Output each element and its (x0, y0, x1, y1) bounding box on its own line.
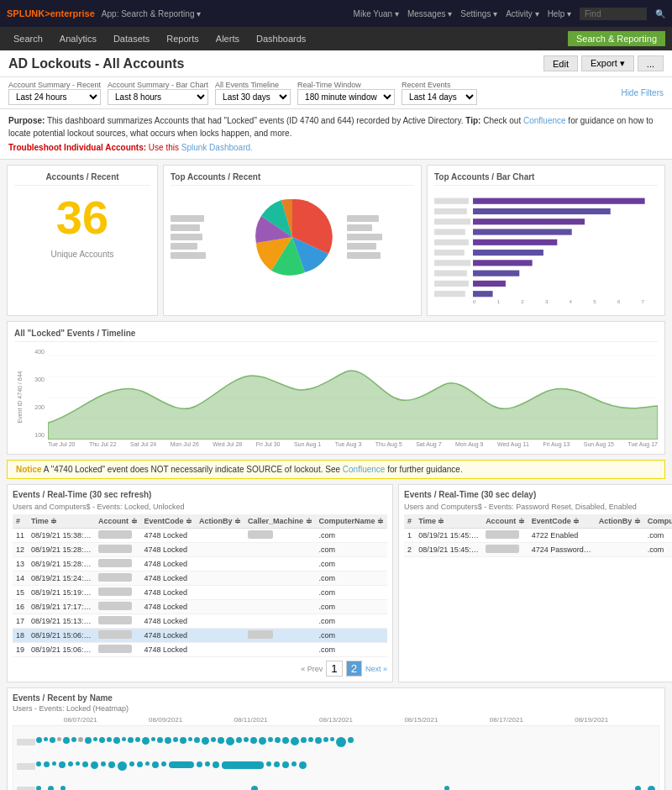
bar-chart-label: Account Summary - Bar Chart (108, 81, 208, 89)
accounts-recent-panel: Accounts / Recent 36 Unique Accounts (7, 165, 158, 316)
nav-datasets[interactable]: Datasets (107, 30, 156, 47)
search-reporting-button[interactable]: Search & Reporting (568, 31, 665, 46)
notice-text2: for further guidance. (387, 465, 463, 474)
realtime-select[interactable]: 180 minute window (297, 89, 395, 105)
nav-alerts[interactable]: Alerts (209, 30, 246, 47)
splunk-dashboard-link[interactable]: Splunk Dashboard. (181, 143, 253, 152)
col-eventcode[interactable]: EventCode ≑ (141, 514, 197, 529)
svg-rect-15 (473, 240, 557, 245)
top-accounts-bar-title: Top Accounts / Bar Chart (434, 172, 658, 186)
account-summary-select[interactable]: Last 24 hours (8, 89, 101, 105)
notice-text: A "4740 Locked" event does NOT necessari… (44, 465, 343, 474)
svg-rect-9 (434, 281, 469, 287)
account-summary-label: Account Summary - Recent (8, 81, 101, 89)
svg-text:4: 4 (570, 298, 573, 304)
svg-rect-8 (434, 271, 467, 276)
next-btn[interactable]: Next » (365, 665, 387, 673)
x-label-15: Tue Aug 17 (627, 441, 658, 447)
heatmap-date-7: 08/19/2021 (575, 716, 608, 724)
col-actionby-r[interactable]: ActionBy ≑ (596, 514, 644, 529)
app-name[interactable]: App: Search & Reporting ▾ (102, 9, 201, 18)
timeline-chart-svg (48, 347, 658, 440)
col-time[interactable]: Time ≑ (28, 514, 95, 529)
pie-chart-svg (246, 191, 339, 283)
more-button[interactable]: ... (638, 55, 664, 71)
bar-chart-select[interactable]: Last 8 hours (108, 89, 208, 105)
confluence-link[interactable]: Confluence (523, 116, 566, 125)
svg-rect-5 (434, 240, 469, 245)
heatmap-subtitle: Users - Events: Locked (Heatmap) (13, 704, 659, 713)
events-right-table: # Time ≑ Account ≑ EventCode ≑ ActionBy … (404, 514, 672, 557)
col-computer-r[interactable]: ComputerName ≑ (644, 514, 672, 529)
timeline-select[interactable]: Last 30 days (215, 89, 291, 105)
col-num-r: # (404, 514, 415, 529)
nav-bar: Search Analytics Datasets Reports Alerts… (0, 27, 672, 50)
svg-rect-17 (473, 260, 533, 266)
events-left-title: Events / Real-Time (30 sec refresh) (13, 490, 387, 499)
col-time-r[interactable]: Time ≑ (415, 514, 482, 529)
prev-btn[interactable]: « Prev (301, 665, 323, 673)
purpose-box: Purpose: This dashboard summarizes Accou… (0, 109, 672, 160)
nav-analytics[interactable]: Analytics (53, 30, 103, 47)
y-400: 400 (31, 349, 45, 355)
top-accounts-pie-panel: Top Accounts / Recent (163, 165, 422, 316)
col-caller[interactable]: Caller_Machine ≑ (244, 514, 316, 529)
svg-rect-19 (473, 281, 506, 287)
nav-dashboards[interactable]: Dashboards (249, 30, 312, 47)
help-menu[interactable]: Help ▾ (548, 9, 571, 18)
svg-text:2: 2 (521, 298, 524, 304)
svg-rect-12 (473, 208, 611, 214)
timeline-y-label: Event ID 4740 / 644 (18, 371, 24, 424)
edit-button[interactable]: Edit (543, 55, 578, 71)
export-button[interactable]: Export ▾ (581, 55, 634, 71)
col-num: # (13, 514, 28, 529)
svg-rect-10 (434, 291, 465, 297)
x-label-11: Mon Aug 9 (455, 441, 483, 447)
events-right-title: Events / Real-Time (30 sec delay) (404, 490, 672, 499)
page-title: AD Lockouts - All Accounts (8, 56, 185, 71)
hide-filters-button[interactable]: Hide Filters (621, 88, 664, 97)
events-left-panel: Events / Real-Time (30 sec refresh) User… (7, 484, 393, 682)
events-right-panel: Events / Real-Time (30 sec delay) Users … (398, 484, 672, 682)
recent-events-select[interactable]: Last 14 days (402, 89, 477, 105)
find-input[interactable] (580, 8, 647, 20)
heatmap-date-3: 08/11/2021 (234, 716, 268, 724)
page-header: AD Lockouts - All Accounts Edit Export ▾… (0, 50, 672, 77)
x-label-4: Mon Jul 26 (171, 441, 199, 447)
svg-rect-16 (473, 250, 543, 255)
bar-chart-filter: Account Summary - Bar Chart Last 8 hours (108, 81, 208, 105)
timeline-panel: All "Locked" Events / Timeline Event ID … (7, 321, 665, 455)
activity-menu[interactable]: Activity ▾ (506, 9, 538, 18)
page-2-btn[interactable]: 2 (346, 661, 362, 677)
svg-rect-11 (473, 198, 645, 204)
col-account[interactable]: Account ≑ (95, 514, 141, 529)
x-label-14: Sun Aug 15 (584, 441, 614, 447)
events-left-subtitle: Users and Computers$ - Events: Locked, U… (13, 503, 387, 511)
col-account-r[interactable]: Account ≑ (482, 514, 528, 529)
filters-row: Account Summary - Recent Last 24 hours A… (0, 77, 672, 109)
settings-menu[interactable]: Settings ▾ (460, 9, 497, 18)
svg-rect-14 (473, 229, 572, 234)
heatmap-panel: Events / Recent by Name Users - Events: … (7, 687, 665, 790)
table-row: 1208/19/21 15:28:214748 Locked.com (13, 543, 387, 557)
y-100: 100 (31, 432, 45, 438)
user-menu[interactable]: Mike Yuan ▾ (354, 9, 399, 18)
svg-text:7: 7 (642, 298, 645, 304)
x-label-5: Wed Jul 28 (213, 441, 242, 447)
notice-confluence-link[interactable]: Confluence (343, 465, 386, 474)
page-1-btn[interactable]: 1 (326, 661, 342, 677)
col-actionby[interactable]: ActionBy ≑ (196, 514, 244, 529)
recent-events-label: Recent Events (402, 81, 477, 89)
nav-search[interactable]: Search (7, 30, 50, 47)
col-eventcode-r[interactable]: EventCode ≑ (528, 514, 596, 529)
heatmap-date-2: 08/09/2021 (149, 716, 182, 724)
pie-container (171, 191, 414, 283)
top-panels: Accounts / Recent 36 Unique Accounts Top… (7, 165, 665, 316)
messages-menu[interactable]: Messages ▾ (407, 9, 452, 18)
svg-text:3: 3 (545, 298, 549, 304)
col-computer[interactable]: ComputerName ≑ (316, 514, 388, 529)
accounts-count: 36 (14, 194, 150, 241)
table-row: 208/19/21 15:45:354724 Password reset at… (404, 543, 672, 557)
nav-reports[interactable]: Reports (160, 30, 206, 47)
recent-events-filter: Recent Events Last 14 days (402, 81, 477, 105)
